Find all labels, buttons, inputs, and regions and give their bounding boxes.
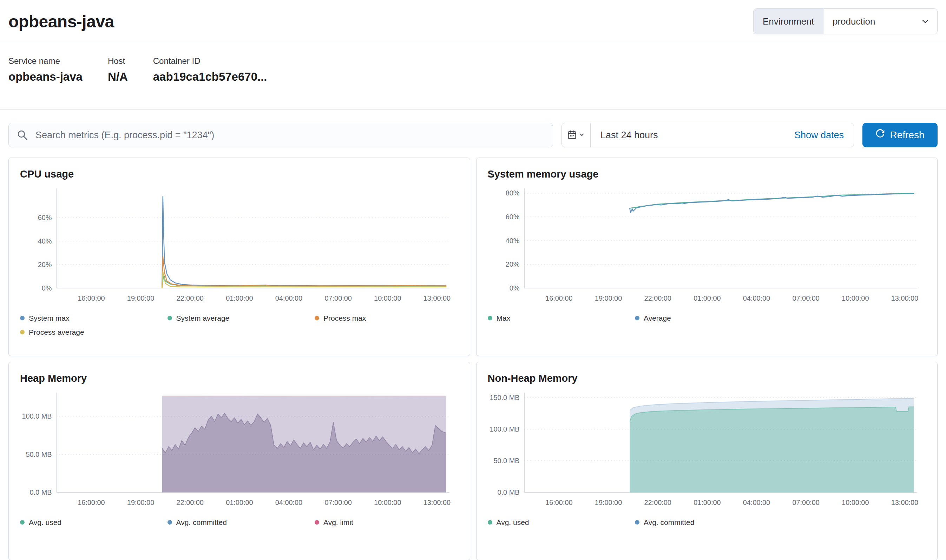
svg-text:10:00:00: 10:00:00 bbox=[374, 294, 401, 302]
stat-label: Host bbox=[108, 56, 128, 66]
chart-canvas: 0.0 MB50.0 MB100.0 MB16:00:0019:00:0022:… bbox=[20, 388, 458, 509]
svg-text:19:00:00: 19:00:00 bbox=[594, 498, 622, 506]
chart-title: System memory usage bbox=[488, 168, 926, 180]
svg-text:07:00:00: 07:00:00 bbox=[792, 498, 819, 506]
show-dates-link[interactable]: Show dates bbox=[794, 130, 844, 141]
stat-value: aab19ca1cb57e670... bbox=[153, 69, 267, 85]
svg-text:13:00:00: 13:00:00 bbox=[891, 498, 918, 506]
legend-item[interactable]: Average bbox=[635, 314, 779, 323]
legend-dot bbox=[315, 520, 319, 525]
svg-text:50.0 MB: 50.0 MB bbox=[493, 457, 519, 465]
svg-text:60%: 60% bbox=[505, 213, 519, 221]
chart-canvas: 0%20%40%60%80%16:00:0019:00:0022:00:0001… bbox=[488, 183, 926, 305]
legend-item[interactable]: Max bbox=[488, 314, 632, 323]
legend-item[interactable]: Process max bbox=[315, 314, 458, 323]
legend-label: Process average bbox=[29, 328, 84, 337]
environment-value: production bbox=[823, 9, 920, 34]
legend-item[interactable]: Avg. used bbox=[488, 518, 632, 527]
svg-text:10:00:00: 10:00:00 bbox=[374, 498, 401, 506]
legend-label: Avg. used bbox=[29, 518, 62, 527]
svg-text:01:00:00: 01:00:00 bbox=[693, 498, 721, 506]
svg-text:60%: 60% bbox=[38, 214, 52, 222]
charts-grid: CPU usage 0%20%40%60%16:00:0019:00:0022:… bbox=[8, 157, 938, 560]
date-picker: Last 24 hours Show dates bbox=[562, 123, 854, 148]
svg-text:40%: 40% bbox=[505, 237, 519, 245]
date-quick-select-button[interactable] bbox=[562, 123, 591, 147]
refresh-label: Refresh bbox=[890, 129, 924, 141]
legend-item[interactable]: System max bbox=[20, 314, 164, 323]
svg-text:07:00:00: 07:00:00 bbox=[324, 294, 352, 302]
svg-text:22:00:00: 22:00:00 bbox=[644, 498, 671, 506]
svg-text:22:00:00: 22:00:00 bbox=[177, 294, 204, 302]
svg-text:0%: 0% bbox=[509, 284, 519, 292]
legend-dot bbox=[168, 316, 172, 320]
svg-text:22:00:00: 22:00:00 bbox=[644, 294, 671, 302]
date-range-display[interactable]: Last 24 hours Show dates bbox=[591, 123, 853, 147]
chart-title: CPU usage bbox=[20, 168, 458, 180]
search-icon bbox=[17, 129, 28, 142]
chart-legend: Avg. usedAvg. committed bbox=[488, 518, 926, 527]
svg-text:04:00:00: 04:00:00 bbox=[275, 294, 302, 302]
svg-text:16:00:00: 16:00:00 bbox=[77, 294, 105, 302]
chart-legend: MaxAverage bbox=[488, 314, 926, 323]
svg-text:04:00:00: 04:00:00 bbox=[743, 498, 770, 506]
svg-text:13:00:00: 13:00:00 bbox=[423, 498, 451, 506]
svg-text:16:00:00: 16:00:00 bbox=[77, 498, 105, 506]
refresh-button[interactable]: Refresh bbox=[863, 123, 938, 148]
svg-text:01:00:00: 01:00:00 bbox=[226, 498, 253, 506]
legend-item[interactable]: System average bbox=[168, 314, 312, 323]
legend-label: Avg. limit bbox=[323, 518, 353, 527]
chart-legend: Avg. usedAvg. committedAvg. limit bbox=[20, 518, 458, 527]
svg-text:04:00:00: 04:00:00 bbox=[275, 498, 302, 506]
stat-value: opbeans-java bbox=[8, 69, 83, 85]
svg-text:100.0 MB: 100.0 MB bbox=[22, 412, 52, 420]
metrics-toolbar: Last 24 hours Show dates Refresh bbox=[8, 123, 938, 148]
legend-item[interactable]: Avg. limit bbox=[315, 518, 458, 527]
service-info-bar: Service name opbeans-java Host N/A Conta… bbox=[0, 43, 946, 109]
legend-label: Avg. committed bbox=[644, 518, 694, 527]
legend-dot bbox=[315, 316, 319, 320]
svg-text:100.0 MB: 100.0 MB bbox=[489, 425, 519, 433]
chart-panel-system-memory-usage: System memory usage 0%20%40%60%80%16:00:… bbox=[476, 157, 938, 356]
environment-select[interactable]: Environment production bbox=[753, 8, 938, 34]
svg-text:07:00:00: 07:00:00 bbox=[792, 294, 819, 302]
svg-text:0.0 MB: 0.0 MB bbox=[497, 488, 519, 496]
svg-text:50.0 MB: 50.0 MB bbox=[26, 451, 52, 458]
svg-text:10:00:00: 10:00:00 bbox=[842, 294, 869, 302]
refresh-icon bbox=[875, 129, 885, 141]
chart-legend: System maxSystem averageProcess maxProce… bbox=[20, 314, 458, 337]
svg-text:16:00:00: 16:00:00 bbox=[545, 294, 573, 302]
svg-text:150.0 MB: 150.0 MB bbox=[489, 394, 519, 402]
legend-item[interactable]: Avg. used bbox=[20, 518, 164, 527]
time-range-label: Last 24 hours bbox=[600, 130, 658, 141]
svg-text:01:00:00: 01:00:00 bbox=[693, 294, 721, 302]
legend-label: Process max bbox=[323, 314, 366, 323]
svg-text:20%: 20% bbox=[38, 261, 52, 268]
chart-panel-non-heap-memory: Non-Heap Memory 0.0 MB50.0 MB100.0 MB150… bbox=[476, 362, 938, 560]
legend-dot bbox=[168, 520, 172, 525]
stat-service-name: Service name opbeans-java bbox=[8, 56, 83, 109]
legend-label: Average bbox=[644, 314, 671, 323]
legend-dot bbox=[488, 316, 492, 320]
legend-item[interactable]: Avg. committed bbox=[168, 518, 312, 527]
chevron-down-icon bbox=[920, 9, 937, 34]
chart-title: Heap Memory bbox=[20, 372, 458, 384]
page-header: opbeans-java Environment production bbox=[0, 0, 946, 43]
svg-text:0.0 MB: 0.0 MB bbox=[29, 488, 52, 496]
svg-text:10:00:00: 10:00:00 bbox=[842, 498, 869, 506]
svg-text:19:00:00: 19:00:00 bbox=[127, 498, 154, 506]
svg-text:13:00:00: 13:00:00 bbox=[423, 294, 451, 302]
search-input[interactable] bbox=[8, 123, 553, 148]
chart-title: Non-Heap Memory bbox=[488, 372, 926, 384]
chart-canvas: 0.0 MB50.0 MB100.0 MB150.0 MB16:00:0019:… bbox=[488, 388, 926, 509]
legend-dot bbox=[20, 316, 25, 320]
svg-text:19:00:00: 19:00:00 bbox=[594, 294, 622, 302]
environment-label: Environment bbox=[753, 9, 823, 34]
legend-label: System average bbox=[176, 314, 230, 323]
chart-panel-heap-memory: Heap Memory 0.0 MB50.0 MB100.0 MB16:00:0… bbox=[8, 362, 470, 560]
legend-label: Avg. committed bbox=[176, 518, 227, 527]
legend-dot bbox=[488, 520, 492, 525]
legend-item[interactable]: Process average bbox=[20, 328, 164, 337]
svg-text:01:00:00: 01:00:00 bbox=[226, 294, 253, 302]
legend-item[interactable]: Avg. committed bbox=[635, 518, 779, 527]
